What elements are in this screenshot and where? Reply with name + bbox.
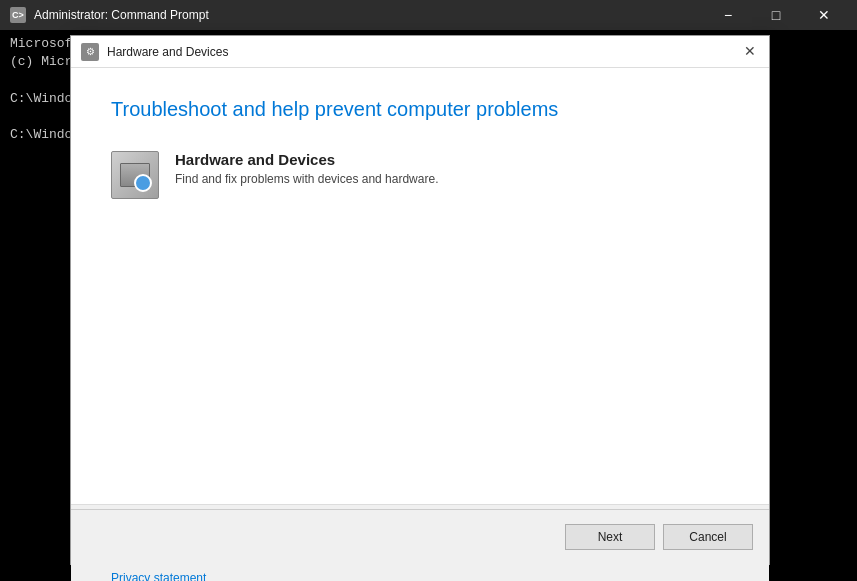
- item-title: Hardware and Devices: [175, 151, 438, 168]
- dialog-titlebar: ⚙ Hardware and Devices ✕: [71, 36, 769, 68]
- cmd-restore-button[interactable]: □: [753, 0, 799, 30]
- item-description: Find and fix problems with devices and h…: [175, 172, 438, 186]
- troubleshooter-dialog: ⚙ Hardware and Devices ✕ Troubleshoot an…: [70, 35, 770, 565]
- cmd-titlebar: C> Administrator: Command Prompt − □ ✕: [0, 0, 857, 30]
- cmd-minimize-button[interactable]: −: [705, 0, 751, 30]
- dialog-footer: Next Cancel: [71, 509, 769, 564]
- troubleshooter-info: Hardware and Devices Find and fix proble…: [175, 151, 438, 186]
- dialog-body: Troubleshoot and help prevent computer p…: [71, 68, 769, 504]
- hardware-devices-icon: [111, 151, 159, 199]
- cmd-close-button[interactable]: ✕: [801, 0, 847, 30]
- dialog-headline: Troubleshoot and help prevent computer p…: [111, 98, 729, 121]
- dialog-close-button[interactable]: ✕: [739, 40, 761, 62]
- cmd-icon: C>: [10, 7, 26, 23]
- privacy-statement-link[interactable]: Privacy statement: [111, 571, 206, 581]
- cmd-title: Administrator: Command Prompt: [34, 8, 705, 22]
- cmd-controls: − □ ✕: [705, 0, 847, 30]
- dialog-title-icon: ⚙: [81, 43, 99, 61]
- cancel-button[interactable]: Cancel: [663, 524, 753, 550]
- dialog-title-text: Hardware and Devices: [107, 45, 759, 59]
- troubleshooter-item: Hardware and Devices Find and fix proble…: [111, 151, 729, 199]
- next-button[interactable]: Next: [565, 524, 655, 550]
